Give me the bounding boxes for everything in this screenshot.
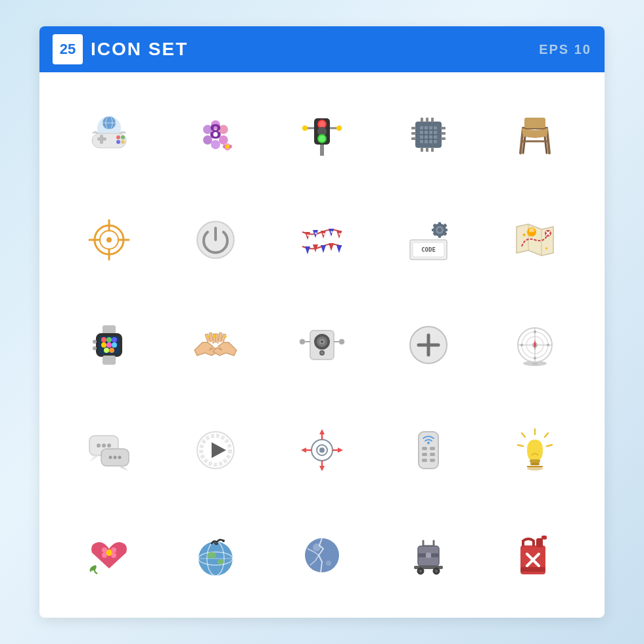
svg-line-191: [547, 445, 552, 446]
svg-rect-181: [419, 432, 438, 469]
svg-rect-183: [422, 447, 427, 450]
code-settings-icon: CODE: [402, 214, 455, 266]
add-circle-icon: [402, 319, 455, 371]
svg-rect-186: [430, 453, 435, 456]
chat-bubbles-icon: [83, 424, 135, 476]
focus-target-icon: [296, 424, 348, 476]
svg-point-120: [112, 342, 117, 348]
svg-marker-85: [329, 243, 334, 251]
svg-point-202: [111, 553, 116, 558]
svg-line-190: [545, 433, 548, 437]
svg-point-221: [419, 570, 422, 572]
svg-marker-174: [319, 429, 325, 434]
svg-point-164: [109, 456, 112, 459]
svg-text:★: ★: [314, 231, 317, 235]
svg-rect-43: [421, 118, 423, 122]
svg-point-200: [111, 547, 116, 553]
svg-point-212: [305, 538, 339, 572]
svg-rect-48: [431, 147, 434, 152]
svg-text:★: ★: [522, 232, 526, 238]
svg-marker-84: [321, 245, 326, 253]
heart-flower-icon: [83, 529, 135, 582]
svg-point-203: [106, 550, 112, 555]
header-format: EPS 10: [539, 42, 591, 57]
svg-rect-4: [100, 135, 103, 144]
main-card: 25 ICON SET EPS 10: [39, 26, 605, 618]
svg-point-201: [102, 553, 107, 558]
director-chair-icon: [509, 108, 561, 161]
svg-point-23: [225, 145, 229, 149]
svg-rect-53: [441, 132, 446, 135]
svg-text:★: ★: [330, 230, 333, 234]
svg-rect-49: [411, 127, 416, 129]
svg-marker-176: [319, 466, 325, 471]
svg-point-7: [116, 140, 120, 144]
svg-rect-95: [432, 229, 435, 231]
globe-bird-icon: [189, 529, 242, 582]
header-left: 25 ICON SET: [53, 34, 188, 64]
svg-rect-93: [438, 222, 441, 225]
svg-marker-86: [336, 245, 342, 253]
power-button-icon: [189, 214, 242, 266]
svg-marker-180: [338, 448, 343, 453]
icon-cell-power: [166, 191, 265, 289]
svg-rect-225: [541, 536, 547, 540]
svg-point-135: [321, 352, 323, 354]
svg-rect-52: [441, 127, 446, 129]
icon-cell-traffic-light: [272, 85, 372, 184]
header-badge: 25: [53, 34, 83, 64]
svg-marker-82: [305, 246, 310, 254]
light-bulb-icon: [509, 424, 561, 476]
icon-cell-play: [166, 401, 265, 499]
icon-cell-cpu: [379, 85, 478, 184]
svg-point-211: [222, 540, 225, 542]
traffic-light-icon: [296, 108, 348, 161]
smartwatch-icon: [83, 319, 135, 371]
svg-point-92: [438, 228, 442, 232]
svg-rect-54: [441, 137, 446, 140]
svg-text:CODE: CODE: [421, 246, 436, 253]
number-eight-flower-icon: 8: [189, 108, 242, 161]
svg-rect-187: [422, 459, 427, 462]
svg-line-192: [522, 433, 525, 437]
svg-text:✦: ✦: [206, 334, 210, 340]
svg-text:★: ★: [545, 246, 548, 250]
svg-rect-46: [421, 147, 423, 152]
svg-marker-163: [117, 466, 129, 471]
svg-point-125: [93, 346, 97, 350]
svg-rect-123: [103, 356, 116, 365]
svg-rect-184: [430, 447, 435, 450]
svg-point-136: [300, 339, 305, 344]
svg-rect-194: [530, 459, 540, 463]
svg-rect-47: [426, 147, 428, 152]
icon-cell-fuel: [485, 506, 585, 605]
svg-point-34: [336, 126, 342, 131]
svg-point-152: [520, 344, 523, 346]
svg-rect-1: [92, 133, 126, 148]
icon-cell-game-controller: [59, 85, 159, 184]
svg-point-6: [121, 135, 125, 139]
svg-point-137: [339, 339, 344, 344]
svg-point-222: [435, 570, 438, 572]
svg-point-151: [534, 357, 536, 359]
svg-point-182: [427, 442, 430, 444]
svg-point-213: [313, 543, 321, 551]
icon-cell-map: ★ ★: [485, 191, 585, 289]
svg-rect-44: [426, 118, 428, 122]
banner-decoration-icon: ★ ★ ★ ★ ★: [296, 214, 348, 266]
svg-point-33: [302, 126, 308, 131]
svg-text:8: 8: [210, 120, 221, 143]
icon-cell-target-circle: [485, 296, 585, 394]
svg-point-116: [106, 337, 112, 342]
svg-point-30: [319, 135, 325, 142]
icon-cell-remote: [379, 401, 478, 499]
svg-point-209: [207, 552, 216, 559]
svg-point-150: [534, 331, 536, 333]
icon-cell-broken-sphere: [272, 506, 372, 605]
remote-control-icon: [402, 424, 455, 476]
svg-point-68: [106, 237, 112, 242]
icon-cell-director-chair: [485, 85, 585, 184]
icon-cell-globe-bird: [166, 506, 265, 605]
svg-point-27: [319, 121, 325, 127]
icon-cell-handshake: ✦ ✦ ✦: [166, 296, 265, 394]
